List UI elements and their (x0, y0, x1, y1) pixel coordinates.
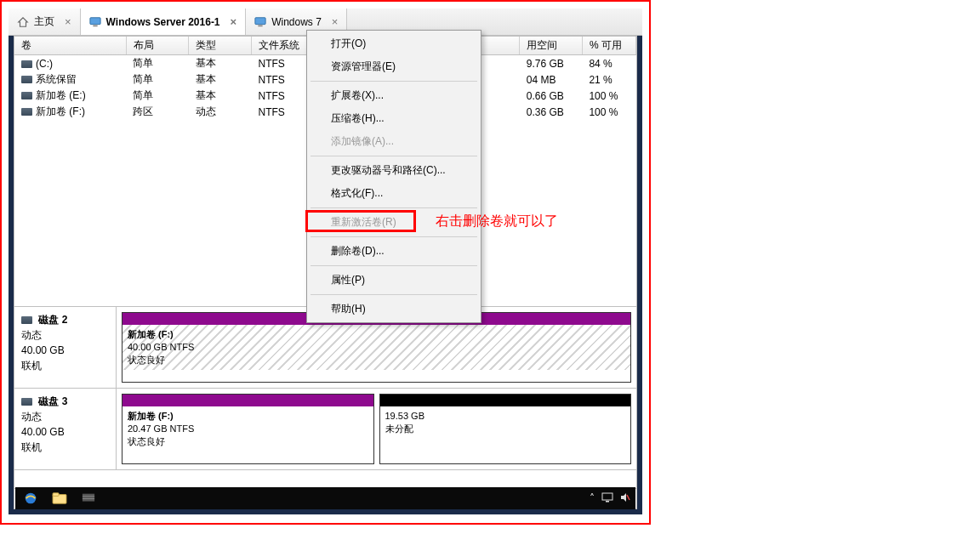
volume-icon (21, 108, 32, 116)
tab-label: Windows 7 (271, 16, 322, 28)
explorer-icon[interactable] (49, 490, 70, 507)
disk-info: 磁盘 2动态40.00 GB联机 (14, 307, 117, 388)
tray-up-icon[interactable]: ˄ (590, 492, 595, 504)
svg-rect-0 (89, 17, 100, 24)
volume-icon (21, 60, 32, 68)
menu-separator (311, 207, 477, 208)
volume-icon (21, 76, 32, 83)
server-manager-icon[interactable] (78, 490, 99, 507)
taskbar: ˄ (15, 487, 635, 509)
menu-item[interactable]: 格式化(F)... (309, 182, 479, 205)
context-menu: 打开(O)资源管理器(E)扩展卷(X)...压缩卷(H)...添加镜像(A)..… (306, 30, 481, 323)
home-icon (17, 16, 29, 28)
svg-rect-9 (83, 498, 94, 499)
menu-separator (311, 265, 477, 266)
disk-icon (21, 398, 32, 406)
menu-separator (311, 294, 477, 295)
partition-body: 新加卷 (F:)20.47 GB NTFS状态良好 (122, 406, 373, 452)
disk-info: 磁盘 3动态40.00 GB联机 (14, 389, 117, 469)
partition[interactable]: 新加卷 (F:)20.47 GB NTFS状态良好 (122, 394, 374, 464)
close-icon[interactable]: × (65, 15, 71, 28)
col-type[interactable]: 类型 (189, 37, 252, 55)
menu-separator (311, 81, 477, 82)
close-icon[interactable]: × (231, 15, 237, 28)
monitor-icon (254, 16, 266, 28)
col-volume[interactable]: 卷 (14, 37, 126, 55)
screenshot-frame: 主页 × Windows Server 2016-1 × Windows 7 × (0, 0, 651, 525)
menu-item[interactable]: 资源管理器(E) (309, 55, 479, 78)
menu-separator (311, 156, 477, 156)
tab-label: 主页 (34, 14, 54, 29)
partition-header (380, 395, 631, 406)
partition-body: 新加卷 (F:)40.00 GB NTFS状态良好 (122, 325, 630, 370)
menu-item[interactable]: 压缩卷(H)... (309, 107, 479, 130)
partition[interactable]: 19.53 GB未分配 (379, 394, 632, 464)
partition-header (122, 395, 373, 406)
tab-home[interactable]: 主页 × (9, 9, 81, 35)
network-icon[interactable] (601, 492, 613, 504)
tab-ws2016[interactable]: Windows Server 2016-1 × (81, 9, 247, 35)
monitor-icon (89, 16, 101, 28)
col-pct[interactable]: % 可用 (582, 37, 635, 55)
menu-separator (311, 236, 477, 237)
svg-rect-6 (53, 493, 59, 497)
menu-item[interactable]: 帮助(H) (309, 298, 479, 321)
svg-rect-8 (83, 496, 94, 497)
menu-item[interactable]: 扩展卷(X)... (309, 84, 479, 107)
svg-rect-2 (255, 17, 265, 24)
disk-icon (21, 316, 32, 324)
col-layout[interactable]: 布局 (126, 37, 189, 55)
annotation-text: 右击删除卷就可以了 (436, 213, 558, 230)
tab-label: Windows Server 2016-1 (106, 16, 220, 28)
svg-rect-1 (93, 25, 97, 26)
svg-line-12 (627, 495, 630, 500)
menu-item[interactable]: 更改驱动器号和路径(C)... (309, 159, 479, 182)
volume-icon[interactable] (620, 492, 630, 504)
col-used[interactable]: 用空间 (520, 37, 583, 55)
menu-item[interactable]: 属性(P) (309, 269, 479, 292)
disk-panels: 磁盘 2动态40.00 GB联机新加卷 (F:)40.00 GB NTFS状态良… (14, 306, 636, 488)
menu-item: 添加镜像(A)... (309, 130, 479, 153)
svg-rect-10 (602, 493, 612, 500)
partition-body: 19.53 GB未分配 (380, 406, 631, 439)
volume-icon (21, 92, 32, 99)
ie-icon[interactable] (20, 490, 41, 507)
menu-item[interactable]: 打开(O) (309, 32, 479, 55)
menu-item[interactable]: 删除卷(D)... (309, 240, 479, 263)
close-icon[interactable]: × (332, 15, 339, 28)
svg-rect-3 (259, 25, 263, 26)
disk-visual: 新加卷 (F:)20.47 GB NTFS状态良好19.53 GB未分配 (117, 389, 636, 469)
svg-rect-7 (83, 494, 94, 502)
disk-row: 磁盘 3动态40.00 GB联机新加卷 (F:)20.47 GB NTFS状态良… (14, 389, 636, 470)
svg-rect-11 (606, 501, 609, 503)
